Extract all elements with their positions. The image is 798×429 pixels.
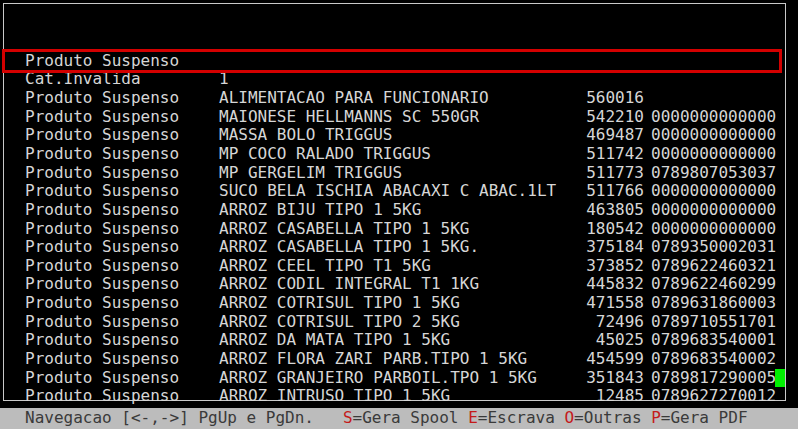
statusbar-text: =Gera PDF (661, 408, 748, 427)
table-row[interactable]: Produto Suspenso ARROZ DA MATA TIPO 1 5K… (0, 294, 798, 313)
table-row[interactable]: Produto Suspenso ARROZ CEEL TIPO T1 5KG … (0, 220, 798, 239)
statusbar-text: =Outras (574, 408, 651, 427)
table-row[interactable]: Produto Suspenso ARROZ CODIL INTEGRAL T1… (0, 238, 798, 257)
table-row[interactable]: Produto Suspenso MP COCO RALADO TRIGGUS … (0, 108, 798, 127)
row-status: Produto Suspenso (25, 387, 179, 406)
statusbar-hotkey: S (343, 408, 353, 427)
table-row[interactable]: Produto Suspenso SUCO BELA ISCHIA ABACAX… (0, 145, 798, 164)
statusbar-hotkey: O (564, 408, 574, 427)
statusbar-hotkey: P (651, 408, 661, 427)
table-row[interactable]: Produto Suspenso MASSA BOLO TRIGGUS 5117… (0, 89, 798, 108)
table-row[interactable]: Produto Suspenso ARROZ INTRUSO TIPO 1 5K… (0, 350, 798, 369)
terminal-screen: Produto Suspenso 1 560016 0000000000000 … (0, 0, 798, 429)
table-row[interactable]: Produto Suspenso ARROZ GRANJEIRO PARBOIL… (0, 331, 798, 350)
selected-row-highlight (2, 49, 782, 73)
row-product: ARROZ INTRUSO TIPO 1 5KG (219, 387, 450, 406)
table-row[interactable]: Produto Suspenso ARROZ FLORA ZARI PARB.T… (0, 313, 798, 332)
table-row[interactable]: Produto Suspenso MP GERGELIM TRIGGUS 511… (0, 126, 798, 145)
statusbar-text: =Escrava (478, 408, 565, 427)
table-row[interactable]: Produto Suspenso ARROZ COTRISUL TIPO 1 5… (0, 257, 798, 276)
statusbar-hotkey: E (468, 408, 478, 427)
table-row[interactable]: Produto Suspenso ARROZ COTRISUL TIPO 2 5… (0, 275, 798, 294)
table-row[interactable]: Produto Suspenso ARROZ CASABELLA TIPO 1 … (0, 182, 798, 201)
statusbar-text: Navegacao [<-,->] PgUp e PgDn. (25, 408, 343, 427)
statusbar-text: =Gera Spool (353, 408, 469, 427)
cursor-block (775, 369, 785, 387)
table-row[interactable]: Produto Suspenso ARROZ BIJU TIPO 1 5KG 1… (0, 164, 798, 183)
row-code: 12485 (586, 387, 644, 406)
table-row[interactable]: Produto Suspenso ARROZ LEVIESTI PARB.TIP… (0, 369, 798, 388)
status-bar: Navegacao [<-,->] PgUp e PgDn. S=Gera Sp… (0, 408, 798, 429)
table-row[interactable]: Produto Suspenso MAIONESE HELLMANNS SC 5… (0, 70, 798, 89)
table-row[interactable]: Produto Suspenso ARROZ CASABELLA TIPO 1 … (0, 201, 798, 220)
row-barcode: 0789627270012 (651, 387, 776, 406)
